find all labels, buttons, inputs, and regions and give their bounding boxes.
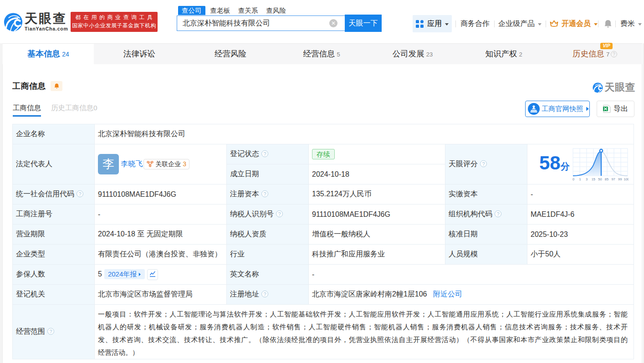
svg-text:100: 100 (624, 177, 629, 181)
svg-text:0: 0 (572, 177, 574, 181)
svg-text:97: 97 (611, 177, 615, 181)
svg-text:3: 3 (586, 177, 588, 181)
svg-text:1: 1 (579, 177, 581, 181)
svg-text:99: 99 (618, 177, 622, 181)
svg-text:50: 50 (598, 177, 602, 181)
svg-text:85: 85 (605, 177, 608, 181)
svg-text:15: 15 (592, 177, 595, 181)
